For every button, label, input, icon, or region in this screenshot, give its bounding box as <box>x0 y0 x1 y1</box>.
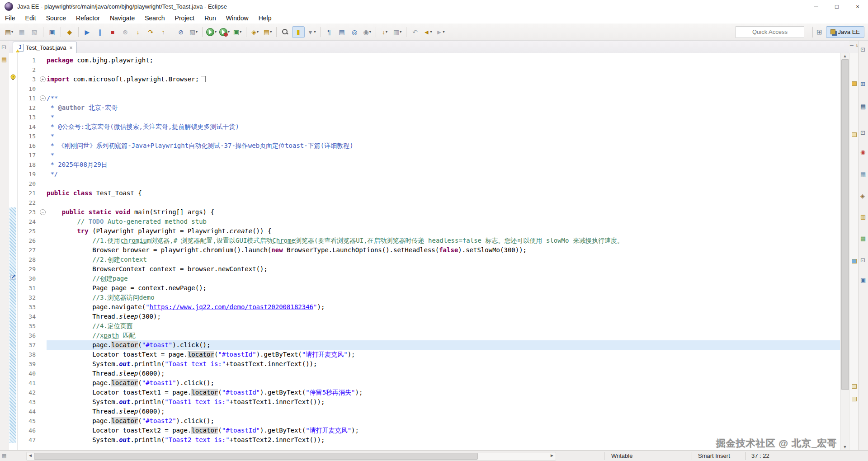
code-text[interactable]: try (Playwright playwright = Playwright.… <box>47 226 840 236</box>
code-text[interactable]: Locator toastText1 = page.locator("#toas… <box>47 388 840 397</box>
code-line-27[interactable]: 27 Browser browser = playwright.chromium… <box>18 245 840 255</box>
code-text[interactable]: * <box>47 113 840 122</box>
save-button[interactable]: ▦ <box>16 27 28 38</box>
minimize-editor-icon[interactable]: ─ <box>850 42 854 51</box>
line-number[interactable]: 15 <box>18 132 39 141</box>
code-text[interactable]: * 2025年08月29日 <box>47 160 840 169</box>
annotation-ruler[interactable]: ! <box>9 53 17 450</box>
chevron-down-icon[interactable]: ▾ <box>270 30 272 34</box>
code-line-18[interactable]: 18 * 2025年08月29日 <box>18 160 840 169</box>
restore-view-2-icon[interactable]: ⊡ <box>860 129 865 136</box>
back-button[interactable]: ◄▾ <box>422 27 434 38</box>
line-number[interactable]: 16 <box>18 141 39 151</box>
open-perspective-button[interactable]: ⊞ <box>816 28 822 36</box>
chevron-down-icon[interactable]: ▾ <box>215 30 217 34</box>
chevron-down-icon[interactable]: ▾ <box>386 30 387 34</box>
vertical-scrollbar[interactable]: ▲ ▼ <box>840 53 849 450</box>
restore-view-icon[interactable]: ⊡ <box>1 44 6 51</box>
fold-ruler[interactable]: + <box>39 75 47 84</box>
palette-view-icon[interactable]: ◈ <box>860 193 865 199</box>
code-line-33[interactable]: 33 page.navigate("https://www.jq22.com/d… <box>18 302 840 312</box>
line-number[interactable]: 17 <box>18 151 39 160</box>
code-line-32[interactable]: 32 //3.浏览器访问demo <box>18 293 840 302</box>
fold-ruler[interactable]: − <box>39 207 47 217</box>
annotations-button[interactable]: ▥▾ <box>392 27 403 38</box>
new-java-class-button[interactable]: ◈▾ <box>249 27 261 38</box>
line-number[interactable]: 1 <box>18 56 39 65</box>
code-line-41[interactable]: 41 page.locator("#toast1").click(); <box>18 378 840 388</box>
code-text[interactable] <box>47 65 840 75</box>
code-text[interactable]: * 《刚刚问世》系列初窥篇-Java+Playwright自动化测试-37-操作… <box>47 141 840 151</box>
code-line-24[interactable]: 24 // TODO Auto-generated method stub <box>18 217 840 226</box>
pin-editor-button[interactable]: ◆ <box>64 27 75 38</box>
menu-item-project[interactable]: Project <box>170 13 200 24</box>
menu-item-refactor[interactable]: Refactor <box>71 13 105 24</box>
line-number[interactable]: 29 <box>18 264 39 274</box>
mark-occurrences-button[interactable]: ▮ <box>292 26 305 38</box>
code-line-37[interactable]: 37 page.locator("#toast").click(); <box>18 340 840 350</box>
chevron-down-icon[interactable]: ▾ <box>369 30 371 34</box>
chevron-down-icon[interactable]: ▾ <box>228 30 230 34</box>
code-text[interactable]: //创建page <box>47 274 840 283</box>
code-line-42[interactable]: 42 Locator toastText1 = page.locator("#t… <box>18 388 840 397</box>
code-line-2[interactable]: 2 <box>18 65 840 75</box>
overview-ruler[interactable] <box>849 53 859 450</box>
code-line-30[interactable]: 30 //创建page <box>18 274 840 283</box>
code-text[interactable]: // TODO Auto-generated method stub <box>47 217 840 226</box>
warning-marker[interactable] <box>852 81 857 86</box>
restore-view-icon[interactable]: ⊡ <box>860 46 865 53</box>
outline-view-icon[interactable]: ⊞ <box>860 80 865 87</box>
menu-item-window[interactable]: Window <box>221 13 254 24</box>
code-text[interactable]: page.locator("#toast").click(); <box>47 340 840 350</box>
line-number[interactable]: 25 <box>18 226 39 236</box>
next-annotation-button[interactable]: ▼▾ <box>306 27 317 38</box>
code-line-19[interactable]: 19 */ <box>18 169 840 179</box>
code-line-36[interactable]: 36 //xpath 匹配 <box>18 331 840 340</box>
line-number[interactable]: 12 <box>18 103 39 113</box>
code-text[interactable]: Page page = context.newPage(); <box>47 283 840 293</box>
code-line-39[interactable]: 39 System.out.println("Toast text is:"+t… <box>18 359 840 369</box>
properties-view-icon[interactable]: ▦ <box>860 171 866 178</box>
code-text[interactable]: public class Test_Toast { <box>47 188 840 198</box>
code-line-46[interactable]: 46 Locator toastText2 = page.locator("#t… <box>18 426 840 435</box>
code-line-17[interactable]: 17 * <box>18 151 840 160</box>
code-line-13[interactable]: 13 * <box>18 113 840 122</box>
save-all-button[interactable]: ▧ <box>28 27 40 38</box>
new-wizard-button[interactable]: ▤▾ <box>3 27 15 38</box>
line-number[interactable]: 19 <box>18 169 39 179</box>
line-number[interactable]: 31 <box>18 283 39 293</box>
coverage-button[interactable]: ▣▾ <box>231 27 243 38</box>
code-text[interactable]: //1.使用chromium浏览器,# 浏览器配置,设置以GUI模式启动Chro… <box>47 236 840 245</box>
line-number[interactable]: 30 <box>18 274 39 283</box>
code-editor[interactable]: ! 1package com.bjhg.playwright;23+import… <box>9 53 840 450</box>
code-text[interactable]: * <box>47 151 840 160</box>
scroll-down-icon[interactable]: ▼ <box>840 445 849 449</box>
code-text[interactable]: page.locator("#toast2").click(); <box>47 416 840 426</box>
code-text[interactable]: //2.创建context <box>47 255 840 264</box>
snippets-view-icon[interactable]: ▥ <box>860 213 866 220</box>
scroll-right-icon[interactable]: ► <box>550 453 554 458</box>
code-text[interactable]: Thread.sleep(6000); <box>47 407 840 416</box>
occurrence-marker[interactable] <box>852 384 857 389</box>
code-line-3[interactable]: 3+import com.microsoft.playwright.Browse… <box>18 75 840 84</box>
close-button[interactable]: × <box>847 0 868 13</box>
line-number[interactable]: 20 <box>18 179 39 188</box>
templates-view-icon[interactable]: ▤ <box>860 103 866 110</box>
code-text[interactable]: Locator toastText = page.locator("#toast… <box>47 350 840 359</box>
import-wizard-button[interactable]: ↓▾ <box>379 27 391 38</box>
terminate-button[interactable]: ■ <box>107 27 118 38</box>
code-text[interactable]: page.navigate("https://www.jq22.com/demo… <box>47 302 840 312</box>
scroll-left-icon[interactable]: ◄ <box>28 453 33 458</box>
step-return-button[interactable]: ↑ <box>157 27 169 38</box>
code-text[interactable]: //xpath 匹配 <box>47 331 840 340</box>
open-web-browser-button[interactable]: ◎ <box>349 27 360 38</box>
code-line-26[interactable]: 26 //1.使用chromium浏览器,# 浏览器配置,设置以GUI模式启动C… <box>18 236 840 245</box>
line-number[interactable]: 13 <box>18 113 39 122</box>
line-number[interactable]: 28 <box>18 255 39 264</box>
restore-view-3-icon[interactable]: ⊡ <box>860 257 865 263</box>
line-number[interactable]: 11 <box>18 94 39 103</box>
occurrence-marker[interactable] <box>852 132 857 137</box>
line-number[interactable]: 18 <box>18 160 39 169</box>
code-text[interactable]: //4.定位页面 <box>47 321 840 331</box>
menu-item-source[interactable]: Source <box>41 13 71 24</box>
